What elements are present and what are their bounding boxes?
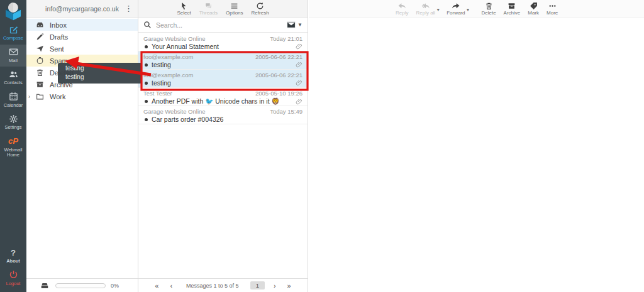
reply-label: Reply bbox=[396, 10, 408, 16]
message-subject: Another PDF with 🐦 Unicode chars in it 🦁 bbox=[152, 97, 296, 105]
sidebar-item-mail[interactable]: Mail bbox=[0, 45, 26, 67]
refresh-button[interactable]: Refresh bbox=[252, 2, 269, 16]
sidebar-item-label: Settings bbox=[4, 125, 21, 131]
drag-tooltip-line: testing bbox=[65, 73, 142, 82]
chevron-down-icon[interactable]: ▼ bbox=[466, 8, 470, 12]
kebab-menu-icon[interactable]: ⋮ bbox=[125, 3, 133, 14]
options-button[interactable]: Options bbox=[226, 2, 243, 16]
threads-icon bbox=[204, 2, 213, 10]
threads-button[interactable]: Threads bbox=[199, 2, 218, 16]
message-date: 2005-06-06 22:21 bbox=[255, 53, 303, 60]
refresh-icon bbox=[256, 2, 264, 10]
paper-plane-icon bbox=[36, 45, 44, 53]
trash-icon bbox=[485, 2, 493, 10]
message-row[interactable]: foo@example.com2005-06-06 22:21 testing bbox=[138, 51, 308, 70]
message-row[interactable]: foo@example.com2005-06-06 22:21 testing bbox=[138, 70, 308, 88]
prev-page-button[interactable]: ‹ bbox=[167, 282, 175, 289]
message-row[interactable]: Garage Website OnlineToday 21:01 Your An… bbox=[138, 33, 308, 51]
delete-button[interactable]: Delete bbox=[481, 2, 496, 16]
sidebar-item-settings[interactable]: Settings bbox=[0, 111, 26, 134]
message-row[interactable]: Test Tester2005-05-10 19:26 Another PDF … bbox=[138, 88, 308, 106]
nav-rail: Compose Mail Contacts Calendar Settings bbox=[0, 0, 26, 292]
sidebar-item-label: Logout bbox=[6, 281, 21, 287]
quota-progressbar bbox=[55, 283, 106, 288]
message-sender: Test Tester bbox=[143, 90, 172, 97]
first-page-button[interactable]: « bbox=[152, 282, 161, 289]
drag-tooltip: testing testing bbox=[58, 63, 142, 84]
message-row[interactable]: Garage Website OnlineToday 15:49 Car par… bbox=[138, 106, 308, 124]
folder-work[interactable]: › Work bbox=[26, 90, 138, 102]
unread-dot bbox=[145, 82, 148, 85]
delete-label: Delete bbox=[481, 10, 496, 16]
sidebar-item-about[interactable]: ? About bbox=[0, 245, 26, 268]
storage-footer: 0% bbox=[26, 278, 138, 292]
drag-tooltip-line: testing bbox=[65, 64, 142, 73]
folder-drafts[interactable]: Drafts bbox=[26, 31, 138, 43]
more-button[interactable]: More bbox=[547, 2, 558, 16]
threads-label: Threads bbox=[199, 10, 218, 16]
options-icon bbox=[230, 2, 238, 10]
message-sender: foo@example.com bbox=[143, 72, 193, 78]
pagination-label: Messages 1 to 5 of 5 bbox=[186, 283, 239, 289]
forward-icon bbox=[452, 2, 460, 10]
unread-dot bbox=[145, 63, 148, 67]
mark-button[interactable]: Mark bbox=[528, 2, 539, 16]
archive-icon bbox=[508, 2, 516, 10]
forward-label: Forward bbox=[447, 10, 465, 16]
page-number-button[interactable]: 1 bbox=[250, 281, 265, 289]
search-input[interactable] bbox=[156, 21, 284, 29]
message-date: Today 21:01 bbox=[270, 35, 303, 42]
folder-icon bbox=[36, 92, 44, 100]
reply-button[interactable]: Reply bbox=[396, 2, 408, 16]
sidebar-item-contacts[interactable]: Contacts bbox=[0, 67, 26, 89]
last-page-button[interactable]: » bbox=[285, 282, 294, 289]
content-toolbar: Reply Reply all ▼ Forward ▼ Del bbox=[309, 0, 644, 18]
sidebar-item-label: Mail bbox=[9, 58, 18, 64]
folder-inbox[interactable]: Inbox bbox=[26, 19, 138, 31]
next-page-button[interactable]: › bbox=[271, 282, 279, 289]
sidebar-item-calendar[interactable]: Calendar bbox=[0, 89, 26, 112]
forward-button[interactable]: Forward ▼ bbox=[447, 2, 465, 16]
paperclip-icon bbox=[296, 98, 303, 105]
folder-label: Drafts bbox=[50, 33, 68, 41]
sidebar-item-label: Contacts bbox=[4, 80, 23, 86]
message-subject: Your Annual Statement bbox=[152, 43, 296, 50]
select-button[interactable]: Select bbox=[177, 2, 191, 16]
chevron-down-icon[interactable]: ▼ bbox=[436, 8, 440, 12]
quota-percent: 0% bbox=[111, 283, 119, 289]
sidebar-item-compose[interactable]: Compose bbox=[0, 22, 26, 45]
archive-label: Archive bbox=[504, 10, 521, 16]
sidebar-item-label: Calendar bbox=[4, 103, 23, 109]
message-list: Garage Website OnlineToday 21:01 Your An… bbox=[138, 33, 308, 124]
tag-icon bbox=[530, 2, 538, 10]
chevron-right-icon[interactable]: › bbox=[28, 94, 30, 100]
options-label: Options bbox=[226, 10, 243, 16]
searchbar: ▼ bbox=[138, 18, 308, 33]
question-icon: ? bbox=[8, 247, 18, 257]
junk-icon bbox=[36, 57, 44, 65]
paperclip-icon bbox=[296, 79, 303, 87]
gear-icon bbox=[8, 114, 18, 124]
storage-icon bbox=[40, 282, 49, 289]
message-subject: testing bbox=[152, 61, 296, 68]
envelope-icon[interactable] bbox=[287, 21, 296, 28]
folder-sent[interactable]: Sent bbox=[26, 43, 138, 55]
sidebar-item-label: Webmail Home bbox=[0, 148, 26, 158]
folder-label: Inbox bbox=[50, 21, 67, 29]
chevron-down-icon[interactable]: ▼ bbox=[297, 22, 303, 28]
message-date: 2005-06-06 22:21 bbox=[255, 72, 303, 78]
reply-all-button[interactable]: Reply all ▼ bbox=[416, 2, 435, 16]
trash-icon bbox=[36, 68, 44, 77]
folders-column: info@mycargarage.co.uk ⋮ Inbox Drafts bbox=[26, 0, 138, 292]
archive-button[interactable]: Archive bbox=[504, 2, 521, 16]
sidebar-item-logout[interactable]: Logout bbox=[0, 268, 26, 290]
cursor-icon bbox=[180, 2, 188, 10]
message-list-toolbar: Select Threads Options Refresh bbox=[138, 0, 308, 18]
refresh-label: Refresh bbox=[252, 10, 269, 16]
folder-label: Work bbox=[50, 93, 65, 100]
paperclip-icon bbox=[296, 43, 303, 50]
mark-label: Mark bbox=[528, 10, 539, 16]
unread-dot bbox=[145, 45, 148, 48]
reply-all-icon bbox=[421, 2, 430, 10]
sidebar-item-webmail-home[interactable]: cP Webmail Home bbox=[0, 134, 26, 161]
